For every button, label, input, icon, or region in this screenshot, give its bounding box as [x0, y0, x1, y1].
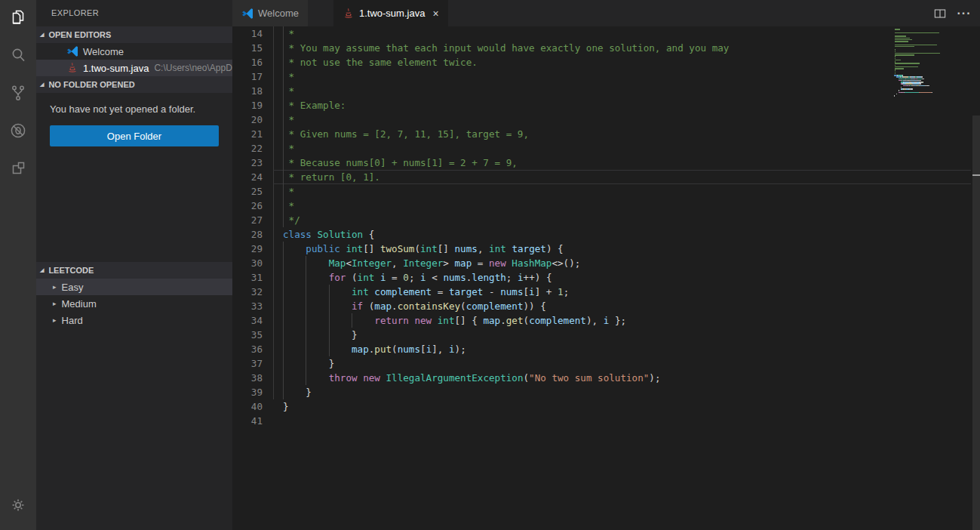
code-line-17[interactable]: 17 *: [232, 69, 980, 84]
minimap-row: [894, 97, 969, 98]
section-no-folder[interactable]: ◢ NO FOLDER OPENED: [36, 76, 232, 93]
code-line-40[interactable]: 40}: [232, 399, 980, 414]
activity-bar-item-search[interactable]: [0, 38, 36, 75]
scrollbar-slider[interactable]: [972, 116, 980, 530]
code-line-33[interactable]: 33 if (map.containsKey(complement)) {: [232, 299, 980, 313]
code-line-28[interactable]: 28class Solution {: [232, 227, 980, 242]
code-line-31[interactable]: 31 for (int i = 0; i < nums.length; i++)…: [232, 270, 980, 285]
tab-welcome[interactable]: Welcome: [232, 0, 308, 26]
section-expand-icon: ◢: [40, 82, 44, 88]
editor-scrollbar[interactable]: [972, 26, 980, 530]
tree-item-label: Easy: [62, 282, 84, 293]
code-text: * return [0, 1].: [283, 170, 380, 184]
code-line-14[interactable]: 14 *: [232, 26, 980, 41]
code-line-18[interactable]: 18 *: [232, 84, 980, 98]
chevron-right-icon: ▸: [53, 283, 57, 291]
code-line-26[interactable]: 26 *: [232, 199, 980, 213]
sidebar-explorer: EXPLORER ◢ OPEN EDITORS Welcome1.two-sum…: [36, 0, 232, 530]
more-actions-icon[interactable]: ···: [956, 5, 972, 22]
section-open-editors[interactable]: ◢ OPEN EDITORS: [36, 26, 232, 43]
open-folder-button[interactable]: Open Folder: [50, 125, 219, 146]
code-line-27[interactable]: 27 */: [232, 213, 980, 227]
code-text: *: [283, 26, 294, 41]
section-leetcode[interactable]: ◢ LEETCODE: [36, 262, 232, 279]
settings-button[interactable]: [0, 488, 36, 525]
section-expand-icon: ◢: [40, 267, 44, 273]
activity-bar: [0, 0, 36, 530]
code-line-19[interactable]: 19 * Example:: [232, 98, 980, 112]
code-line-37[interactable]: 37 }: [232, 356, 980, 371]
code-line-41[interactable]: 41: [232, 414, 980, 428]
line-number: 14: [232, 26, 263, 41]
line-number: 31: [232, 270, 263, 285]
code-line-15[interactable]: 15 * You may assume that each input woul…: [232, 41, 980, 55]
code-text: * Because nums[0] + nums[1] = 2 + 7 = 9,: [283, 156, 518, 170]
split-editor-icon[interactable]: [932, 5, 948, 22]
activity-bar-item-explorer[interactable]: [0, 0, 36, 38]
java-file-icon: [66, 62, 78, 74]
overview-ruler-cursor-marker: [972, 174, 980, 176]
code-line-21[interactable]: 21 * Given nums = [2, 7, 11, 15], target…: [232, 127, 980, 141]
code-line-39[interactable]: 39 }: [232, 385, 980, 399]
code-line-24[interactable]: 24 * return [0, 1].: [232, 170, 980, 184]
code-text: * Example:: [283, 98, 346, 112]
code-line-30[interactable]: 30 Map<Integer, Integer> map = new HashM…: [232, 256, 980, 270]
leetcode-item-medium[interactable]: ▸Medium: [36, 295, 232, 312]
leetcode-item-hard[interactable]: ▸Hard: [36, 312, 232, 328]
code-line-36[interactable]: 36 map.put(nums[i], i);: [232, 342, 980, 356]
java-file-icon: [343, 8, 355, 20]
tree-item-label: Medium: [62, 298, 97, 310]
code-editor[interactable]: 14 *15 * You may assume that each input …: [232, 26, 980, 530]
code-line-34[interactable]: 34 return new int[] { map.get(complement…: [232, 313, 980, 328]
code-text: throw new IllegalArgumentException("No t…: [283, 371, 661, 385]
code-line-29[interactable]: 29 public int[] twoSum(int[] nums, int t…: [232, 242, 980, 256]
line-number: 16: [232, 55, 263, 69]
tab-label: 1.two-sum.java: [359, 8, 425, 19]
line-number: 17: [232, 69, 263, 84]
tab-strip-gap: [308, 0, 333, 26]
line-number: 34: [232, 313, 263, 328]
code-text: *: [283, 184, 294, 199]
code-text: }: [283, 328, 358, 342]
no-folder-message: You have not yet opened a folder.: [36, 93, 232, 122]
tab-1-two-sum-java[interactable]: 1.two-sum.java×: [333, 0, 448, 26]
editor-group: Welcome1.two-sum.java× ··· 14 *15 * You …: [232, 0, 980, 530]
code-line-23[interactable]: 23 * Because nums[0] + nums[1] = 2 + 7 =…: [232, 156, 980, 170]
section-label: LEETCODE: [48, 266, 94, 275]
line-number: 28: [232, 227, 263, 242]
sidebar-title: EXPLORER: [36, 0, 232, 26]
extensions-icon: [9, 159, 27, 180]
code-line-20[interactable]: 20 *: [232, 112, 980, 127]
tree-item-label: Hard: [62, 315, 83, 326]
line-number: 18: [232, 84, 263, 98]
debug-icon: [9, 122, 27, 143]
tab-label: Welcome: [258, 8, 299, 19]
code-line-35[interactable]: 35 }: [232, 328, 980, 342]
open-editor-row-1-two-sum-java[interactable]: 1.two-sum.javaC:\Users\neo\AppDa..: [36, 60, 232, 76]
code-line-32[interactable]: 32 int complement = target - nums[i] + 1…: [232, 285, 980, 299]
line-number: 30: [232, 256, 263, 270]
code-text: *: [283, 84, 294, 98]
line-number: 37: [232, 356, 263, 371]
leetcode-item-easy[interactable]: ▸Easy: [36, 279, 232, 295]
close-icon[interactable]: ×: [432, 8, 438, 19]
code-text: *: [283, 141, 294, 156]
activity-bar-item-debug[interactable]: [0, 113, 36, 151]
code-line-16[interactable]: 16 * not use the same element twice.: [232, 55, 980, 69]
line-number: 25: [232, 184, 263, 199]
code-text: for (int i = 0; i < nums.length; i++) {: [283, 270, 552, 285]
line-number: 20: [232, 112, 263, 127]
line-number: 38: [232, 371, 263, 385]
line-number: 36: [232, 342, 263, 356]
section-expand-icon: ◢: [40, 32, 44, 38]
code-line-38[interactable]: 38 throw new IllegalArgumentException("N…: [232, 371, 980, 385]
code-text: *: [283, 199, 294, 213]
tab-bar: Welcome1.two-sum.java× ···: [232, 0, 980, 26]
code-line-22[interactable]: 22 *: [232, 141, 980, 156]
minimap[interactable]: [894, 29, 969, 98]
activity-bar-item-source-control[interactable]: [0, 75, 36, 113]
activity-bar-item-extensions[interactable]: [0, 151, 36, 189]
gear-icon: [9, 496, 27, 517]
code-line-25[interactable]: 25 *: [232, 184, 980, 199]
open-editor-row-welcome[interactable]: Welcome: [36, 43, 232, 60]
